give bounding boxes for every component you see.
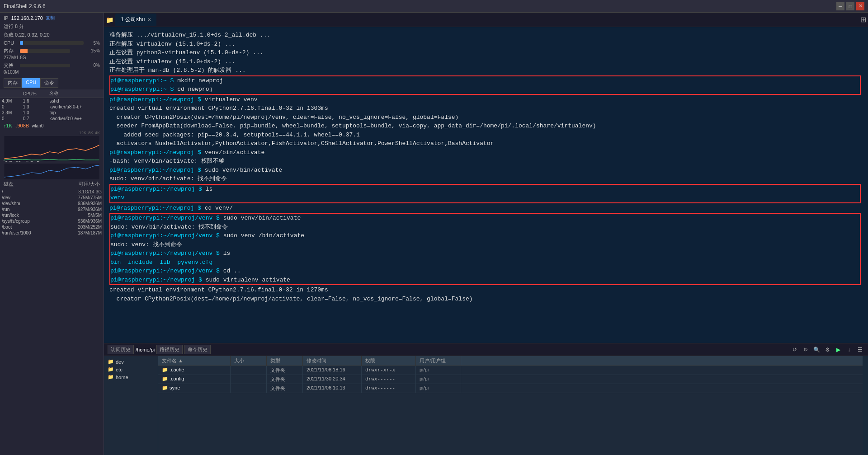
tab-close-button[interactable]: ✕ xyxy=(147,17,151,22)
close-button[interactable]: ✕ xyxy=(856,2,864,10)
file-owner: pi/pi xyxy=(416,375,461,384)
process-table-container: CPU% 名称 4.9M1.6sshd01.3kworker/u8:0-b+3.… xyxy=(0,89,104,122)
disk-path: /run/user/1000 xyxy=(0,230,57,236)
terminal[interactable]: 准备解压 .../virtualenv_15.1.0+ds-2_all.deb … xyxy=(104,27,868,343)
uptime-label: 运行 8 分 xyxy=(0,22,104,31)
net-interface: wlan0 xyxy=(32,123,43,128)
cmd-history-button[interactable]: 命令历史 xyxy=(184,345,211,354)
terminal-line: pi@raspberrypi:~/newproj $ sudo venv/bin… xyxy=(109,166,863,175)
disk-avail: 936M/936M xyxy=(57,201,104,206)
tab-label: 1 公司shu xyxy=(121,16,145,23)
col-type[interactable]: 类型 xyxy=(267,356,303,366)
terminal-line: pi@raspberrypi:~/newproj $ ls xyxy=(110,185,860,194)
path-history-button[interactable]: 路径历史 xyxy=(156,345,183,354)
proc-cpu: 1.3 xyxy=(21,104,48,110)
ip-value: 192.168.2.170 xyxy=(11,15,42,21)
swap-val: 0/100M xyxy=(0,70,104,75)
scrollbar[interactable] xyxy=(863,356,868,455)
terminal-line: creator CPython2Posix(dest=/home/pi/newp… xyxy=(109,113,863,122)
titlebar-controls: ─ □ ✕ xyxy=(836,2,864,10)
search-icon[interactable]: 🔍 xyxy=(812,345,821,354)
file-table: 📁 .cache 文件夹 2021/11/08 18:16 drwxr-xr-x… xyxy=(158,366,863,455)
tab-memory[interactable]: 内存 xyxy=(4,78,22,88)
proc-name: kworker/u8:0-b+ xyxy=(47,104,104,110)
chart-area: 12K 8K 4K xyxy=(0,130,104,157)
forward-icon[interactable]: ↻ xyxy=(801,345,810,354)
disk-avail: 3.1G/14.3G xyxy=(57,189,104,195)
folder-icon-dev: 📁 xyxy=(108,359,114,365)
disk-table: /3.1G/14.3G/dev775M/775M/dev/shm936M/936… xyxy=(0,189,104,236)
menu-icon[interactable]: ☰ xyxy=(855,345,864,354)
visit-history-button[interactable]: 访问历史 xyxy=(108,345,134,354)
tab-bar: 📁 1 公司shu ✕ ⊞ xyxy=(104,13,868,27)
tree-item-dev[interactable]: 📁 dev xyxy=(106,358,156,366)
file-type: 文件夹 xyxy=(267,366,303,375)
terminal-line: sudo: venv/bin/activate: 找不到命令 xyxy=(110,223,860,232)
terminal-line: pi@raspberrypi:~ $ mkdir newproj xyxy=(110,76,860,85)
folder-icon: 📁 xyxy=(106,16,113,23)
proc-mem: 3.3M xyxy=(0,110,21,116)
net-row: ↑1K ↓908B wlan0 xyxy=(0,122,104,130)
swap-label: 交换 xyxy=(4,62,17,69)
file-modified: 2021/11/06 10:13 xyxy=(303,384,362,393)
list-item: /sys/fs/cgroup936M/936M xyxy=(0,218,104,224)
terminal-line: pi@raspberrypi:~ $ cd newproj xyxy=(110,85,860,94)
mem-progress-fill xyxy=(20,49,28,53)
file-name: 📁 syne xyxy=(158,384,231,393)
disk-path: /run/lock xyxy=(0,212,57,218)
disk-avail: 187M/187M xyxy=(57,230,104,236)
file-name: 📁 .cache xyxy=(158,366,231,375)
highlight-block-2: pi@raspberrypi:~/newproj $ lsvenv xyxy=(109,184,861,203)
terminal-line: bin include lib pyvenv.cfg xyxy=(110,258,860,267)
proc-name: sshd xyxy=(47,98,104,104)
disk-section-title: 磁盘 可用/大小 xyxy=(0,179,104,189)
list-item: /dev/shm936M/936M xyxy=(0,201,104,206)
terminal-line: 准备解压 .../virtualenv_15.1.0+ds-2_all.deb … xyxy=(109,31,863,40)
col-modified[interactable]: 修改时间 xyxy=(303,356,362,366)
terminal-line: pi@raspberrypi:~/newproj $ cd venv/ xyxy=(109,204,863,213)
maximize-button[interactable]: □ xyxy=(846,2,854,10)
cpu-progress-fill xyxy=(20,41,23,45)
disk-path: /dev/shm xyxy=(0,201,57,206)
list-item: /boot203M/252M xyxy=(0,224,104,230)
file-type: 文件夹 xyxy=(267,384,303,393)
list-item: /run/user/1000187M/187M xyxy=(0,230,104,236)
tab-cpu[interactable]: CPU xyxy=(22,78,40,88)
download-icon[interactable]: ↓ xyxy=(844,345,854,354)
copy-button[interactable]: 复制 xyxy=(46,15,55,21)
list-item[interactable]: 📁 syne 文件夹 2021/11/06 10:13 drwx------ p… xyxy=(158,384,863,393)
terminal-line: 正在设置 python3-virtualenv (15.1.0+ds-2) ..… xyxy=(109,48,863,57)
chart-label-4k: 4K xyxy=(95,131,100,135)
run-icon[interactable]: ▶ xyxy=(834,345,843,354)
tab-session[interactable]: 1 公司shu ✕ xyxy=(115,14,156,26)
svg-rect-1 xyxy=(5,164,99,179)
proc-cpu: 1.0 xyxy=(21,110,48,116)
proc-cpu: 1.6 xyxy=(21,98,48,104)
tree-item-home[interactable]: 📁 home xyxy=(106,373,156,381)
col-name[interactable]: 文件名 ▲ xyxy=(158,356,231,366)
terminal-line: pi@raspberrypi:~/newproj $ venv/bin/acti… xyxy=(109,148,863,157)
settings-icon[interactable]: ⚙ xyxy=(823,345,832,354)
col-owner[interactable]: 用户/用户组 xyxy=(416,356,461,366)
swap-row: 交换 0% xyxy=(0,61,104,70)
mem-progress-bg xyxy=(20,49,70,53)
terminal-line: -bash: venv/bin/activate: 权限不够 xyxy=(109,157,863,166)
minimize-button[interactable]: ─ xyxy=(836,2,844,10)
terminal-line: creator CPython2Posix(dest=/home/pi/newp… xyxy=(109,295,863,304)
list-item[interactable]: 📁 .cache 文件夹 2021/11/08 18:16 drwxr-xr-x… xyxy=(158,366,863,375)
mem-row: 内存 15% xyxy=(0,47,104,55)
current-path: /home/pi xyxy=(136,347,155,352)
disk-avail: 927M/936M xyxy=(57,206,104,212)
tree-item-etc[interactable]: 📁 etc xyxy=(106,366,156,373)
list-item: /run/lock5M/5M xyxy=(0,212,104,218)
refresh-icon[interactable]: ↺ xyxy=(790,345,799,354)
col-size[interactable]: 大小 xyxy=(231,356,267,366)
disk-avail: 203M/252M xyxy=(57,224,104,230)
list-item: /dev775M/775M xyxy=(0,195,104,201)
titlebar: FinalShell 2.9.6.6 ─ □ ✕ xyxy=(0,0,868,13)
col-perms[interactable]: 权限 xyxy=(362,356,416,366)
tab-command[interactable]: 命令 xyxy=(40,78,58,88)
main-container: IP 192.168.2.170 复制 运行 8 分 负载 0.22, 0.32… xyxy=(0,13,868,455)
grid-icon[interactable]: ⊞ xyxy=(860,15,866,24)
list-item[interactable]: 📁 .config 文件夹 2021/11/30 20:34 drwx-----… xyxy=(158,375,863,384)
